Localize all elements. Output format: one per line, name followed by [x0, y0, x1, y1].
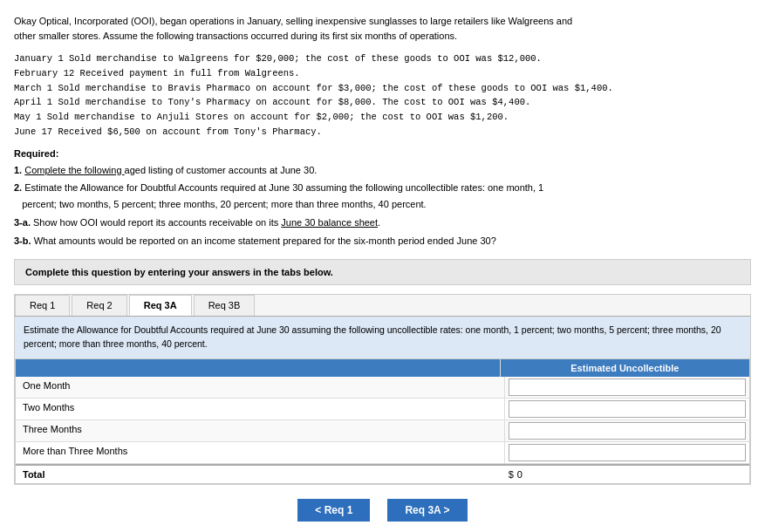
row-two-months-label: Two Months — [16, 399, 505, 419]
row-three-months-label: Three Months — [16, 420, 505, 441]
table-row: One Month — [16, 377, 749, 399]
total-value: $ 0 — [505, 466, 749, 483]
next-button[interactable]: Req 3A > — [387, 499, 467, 522]
table-header: Estimated Uncollectible — [16, 359, 749, 377]
transaction-5: May 1 Sold merchandise to Anjuli Stores … — [14, 110, 751, 125]
prev-button[interactable]: < Req 1 — [297, 499, 370, 522]
required-item-3a: 3-a. Show how OOI would report its accou… — [14, 215, 751, 231]
table-row: Two Months — [16, 399, 749, 420]
row-two-months-value[interactable] — [505, 399, 749, 419]
input-two-months[interactable] — [509, 400, 746, 418]
required-item-2: 2. Estimate the Allowance for Doubtful A… — [14, 180, 751, 212]
row-one-month-value[interactable] — [505, 377, 749, 398]
tab-req1[interactable]: Req 1 — [15, 295, 70, 316]
tab-req3b[interactable]: Req 3B — [194, 295, 256, 316]
total-row: Total $ 0 — [16, 464, 749, 483]
input-one-month[interactable] — [509, 379, 746, 396]
total-amount: 0 — [517, 469, 523, 480]
transaction-2: February 12 Received payment in full fro… — [14, 66, 751, 81]
header-col-label — [16, 359, 501, 377]
transactions-block: January 1 Sold merchandise to Walgreens … — [14, 51, 751, 140]
input-three-months[interactable] — [509, 422, 746, 440]
tabs-row: Req 1 Req 2 Req 3A Req 3B — [15, 295, 750, 317]
transaction-1: January 1 Sold merchandise to Walgreens … — [14, 51, 751, 66]
table-row: Three Months — [16, 420, 749, 442]
required-item-1: 1. Complete the following aged listing o… — [14, 162, 751, 179]
tab-description: Estimate the Allowance for Doubtful Acco… — [15, 317, 750, 359]
input-more-months[interactable] — [509, 444, 746, 461]
table-row: More than Three Months — [16, 442, 749, 464]
row-one-month-label: One Month — [16, 377, 505, 398]
row-more-months-value[interactable] — [505, 442, 749, 463]
header-col-value: Estimated Uncollectible — [501, 359, 749, 377]
tab-req3a[interactable]: Req 3A — [129, 295, 192, 316]
tabs-container: Req 1 Req 2 Req 3A Req 3B Estimate the A… — [14, 294, 751, 485]
estimated-table: Estimated Uncollectible One Month Two Mo… — [15, 359, 750, 484]
transaction-4: April 1 Sold merchandise to Tony's Pharm… — [14, 95, 751, 110]
total-currency: $ — [509, 469, 514, 480]
transaction-6: June 17 Received $6,500 on account from … — [14, 125, 751, 140]
tab-req2[interactable]: Req 2 — [72, 295, 126, 316]
row-three-months-value[interactable] — [505, 420, 749, 441]
complete-box: Complete this question by entering your … — [14, 259, 751, 285]
row-more-months-label: More than Three Months — [16, 442, 505, 463]
transaction-3: March 1 Sold merchandise to Bravis Pharm… — [14, 81, 751, 96]
nav-buttons: < Req 1 Req 3A > — [14, 499, 751, 522]
intro-paragraph: Okay Optical, Incorporated (OOI), began … — [14, 14, 751, 43]
required-title: Required: — [14, 148, 751, 159]
required-section: Required: 1. Complete the following aged… — [14, 148, 751, 249]
required-item-3b: 3-b. What amounts would be reported on a… — [14, 233, 751, 249]
total-label: Total — [16, 466, 505, 483]
